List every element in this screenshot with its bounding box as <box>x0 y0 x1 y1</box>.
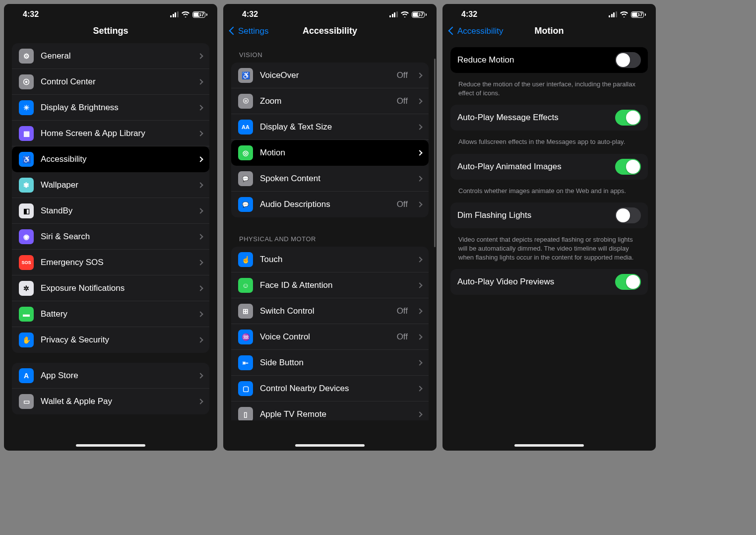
back-button[interactable]: Accessibility <box>449 26 504 36</box>
autoplay-video-toggle[interactable] <box>615 274 641 290</box>
section-header: PHYSICAL AND MOTOR <box>231 227 429 247</box>
chevron-right-icon <box>197 79 203 84</box>
row-dim-flashing[interactable]: Dim Flashing Lights <box>450 202 648 228</box>
chevron-right-icon <box>417 72 422 78</box>
nav-bar: Settings Accessibility <box>223 21 437 43</box>
back-button[interactable]: Settings <box>230 26 268 36</box>
scroll-indicator[interactable] <box>434 59 436 247</box>
emergency-sos-icon: SOS <box>19 255 34 270</box>
row-general[interactable]: ⚙General <box>12 43 209 69</box>
home-indicator[interactable] <box>514 444 584 447</box>
chevron-right-icon <box>197 156 203 162</box>
autoplay-animated-toggle[interactable] <box>615 159 641 175</box>
row-privacy[interactable]: ✋Privacy & Security <box>12 327 209 353</box>
row-emergency-sos[interactable]: SOSEmergency SOS <box>12 250 209 275</box>
chevron-right-icon <box>197 260 203 265</box>
status-icons: 67 <box>389 11 424 18</box>
chevron-right-icon <box>417 124 422 130</box>
row-audio-descriptions[interactable]: 💬Audio DescriptionsOff <box>231 192 429 217</box>
status-bar: 4:32 67 <box>4 4 217 21</box>
row-value: Off <box>397 96 408 106</box>
reduce-motion-toggle[interactable] <box>615 52 641 68</box>
apple-tv-icon: ▯ <box>238 407 253 420</box>
row-wallpaper[interactable]: ✾Wallpaper <box>12 172 209 198</box>
page-title: Settings <box>93 26 128 36</box>
row-nearby-devices[interactable]: ▢Control Nearby Devices <box>231 376 429 401</box>
battery-icon: 67 <box>412 11 424 18</box>
motion-icon: ◎ <box>238 145 253 160</box>
row-label: Battery <box>41 309 191 319</box>
wifi-icon <box>182 11 189 17</box>
row-label: Voice Control <box>260 332 390 342</box>
row-siri-search[interactable]: ◉Siri & Search <box>12 224 209 250</box>
row-battery[interactable]: ▬Battery <box>12 301 209 327</box>
status-time: 4:32 <box>242 10 258 19</box>
chevron-right-icon <box>417 201 422 207</box>
row-autoplay-message[interactable]: Auto-Play Message Effects <box>450 105 648 131</box>
home-indicator[interactable] <box>76 444 145 447</box>
row-label: Wallpaper <box>41 180 191 190</box>
row-side-button[interactable]: ⇤Side Button <box>231 350 429 376</box>
footer-text: Reduce the motion of the user interface,… <box>450 76 648 105</box>
row-app-store[interactable]: AApp Store <box>12 363 209 389</box>
row-faceid[interactable]: ☺Face ID & Attention <box>231 272 429 298</box>
voiceover-icon: ♿ <box>238 68 253 83</box>
settings-list[interactable]: ⚙General⦿Control Center☀Display & Bright… <box>4 43 217 420</box>
row-autoplay-video[interactable]: Auto-Play Video Previews <box>450 269 648 295</box>
accessibility-list[interactable]: VISION♿VoiceOverOff⦾ZoomOffAADisplay & T… <box>223 43 437 420</box>
row-accessibility[interactable]: ♿Accessibility <box>12 146 209 172</box>
row-display-text[interactable]: AADisplay & Text Size <box>231 114 429 140</box>
faceid-icon: ☺ <box>238 278 253 293</box>
row-motion[interactable]: ◎Motion <box>231 140 429 166</box>
nearby-devices-icon: ▢ <box>238 381 253 396</box>
chevron-right-icon <box>417 360 422 365</box>
row-label: VoiceOver <box>260 70 390 80</box>
chevron-right-icon <box>197 373 203 378</box>
display-brightness-icon: ☀ <box>19 100 34 115</box>
chevron-right-icon <box>417 150 422 155</box>
battery-icon: 67 <box>192 11 204 18</box>
row-label: Accessibility <box>41 154 191 164</box>
row-label: Apple TV Remote <box>260 409 411 419</box>
chevron-right-icon <box>197 53 203 59</box>
row-voiceover[interactable]: ♿VoiceOverOff <box>231 63 429 88</box>
chevron-right-icon <box>417 176 422 181</box>
status-bar: 4:32 67 <box>442 4 656 21</box>
dim-flashing-toggle[interactable] <box>615 207 641 223</box>
row-autoplay-animated[interactable]: Auto-Play Animated Images <box>450 154 648 180</box>
home-indicator[interactable] <box>295 444 365 447</box>
row-home-screen[interactable]: ▦Home Screen & App Library <box>12 121 209 146</box>
row-label: Motion <box>260 148 411 158</box>
home-screen-icon: ▦ <box>19 126 34 141</box>
wifi-icon <box>620 11 628 17</box>
signal-icon <box>170 11 179 17</box>
autoplay-message-toggle[interactable] <box>615 110 641 126</box>
chevron-right-icon <box>197 131 203 136</box>
chevron-left-icon <box>449 26 455 36</box>
row-standby[interactable]: ◧StandBy <box>12 198 209 224</box>
row-display-brightness[interactable]: ☀Display & Brightness <box>12 95 209 121</box>
motion-list[interactable]: Reduce MotionReduce the motion of the us… <box>442 43 656 420</box>
row-wallet[interactable]: ▭Wallet & Apple Pay <box>12 389 209 414</box>
row-touch[interactable]: ☝Touch <box>231 247 429 272</box>
row-exposure[interactable]: ✲Exposure Notifications <box>12 275 209 301</box>
row-zoom[interactable]: ⦾ZoomOff <box>231 88 429 114</box>
voice-control-icon: ♒ <box>238 330 253 344</box>
chevron-right-icon <box>197 208 203 213</box>
row-reduce-motion[interactable]: Reduce Motion <box>450 47 648 73</box>
row-spoken-content[interactable]: 💬Spoken Content <box>231 166 429 192</box>
siri-search-icon: ◉ <box>19 229 34 244</box>
row-label: Siri & Search <box>41 232 191 242</box>
chevron-right-icon <box>417 386 422 391</box>
row-switch-control[interactable]: ⊞Switch ControlOff <box>231 298 429 324</box>
privacy-icon: ✋ <box>19 333 34 347</box>
row-voice-control[interactable]: ♒Voice ControlOff <box>231 324 429 350</box>
page-title: Motion <box>535 26 564 36</box>
row-control-center[interactable]: ⦿Control Center <box>12 69 209 95</box>
status-time: 4:32 <box>23 10 39 19</box>
status-icons: 67 <box>609 11 643 18</box>
row-label: Control Nearby Devices <box>260 384 411 394</box>
row-apple-tv[interactable]: ▯Apple TV Remote <box>231 401 429 420</box>
app-store-icon: A <box>19 368 34 383</box>
row-value: Off <box>397 306 408 316</box>
